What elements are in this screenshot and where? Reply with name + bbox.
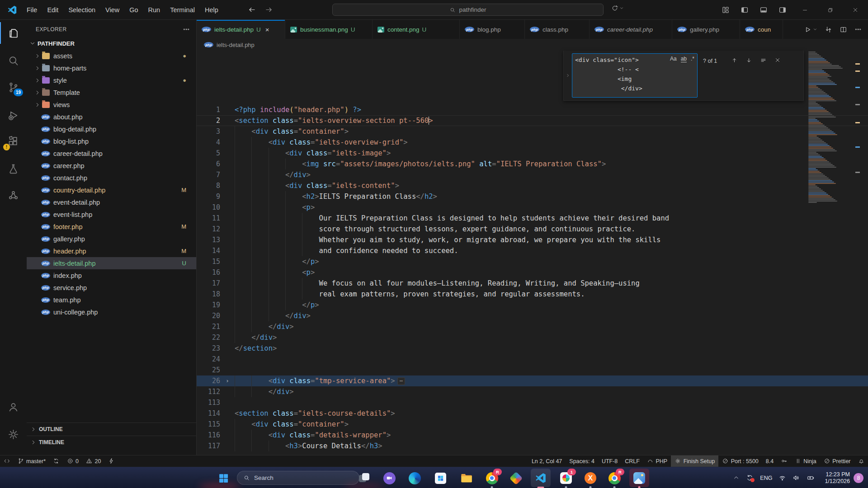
tab-career-detail.php[interactable]: phpcareer-detail.php: [590, 20, 672, 39]
status-bell[interactable]: [854, 455, 868, 467]
toggle-sidebar-icon[interactable]: [741, 6, 749, 14]
taskbar-app-vscode[interactable]: [533, 470, 548, 486]
explorer-more-actions-icon[interactable]: [183, 26, 190, 33]
whole-word-icon[interactable]: ab: [681, 56, 687, 62]
activity-run-debug[interactable]: [0, 104, 27, 126]
taskbar-app-photos[interactable]: [632, 470, 647, 486]
status-prettier[interactable]: Prettier: [820, 455, 854, 467]
taskbar-app-chrome[interactable]: R: [484, 470, 500, 486]
tree-item-event-list.php[interactable]: phpevent-list.php: [27, 208, 196, 221]
battery-icon[interactable]: [807, 474, 815, 482]
find-input[interactable]: <div class="icon"> <!-- < <img </div> Aa…: [572, 53, 698, 98]
section-timeline[interactable]: TIMELINE: [27, 436, 196, 449]
clock[interactable]: 12:23 PM 1/12/2026: [825, 471, 850, 485]
tab-gallery.php[interactable]: phpgallery.php: [672, 20, 740, 39]
command-center-search[interactable]: pathfinder: [332, 4, 604, 16]
code-editor[interactable]: 1 <?php include("header.php") ?> 2 <sect…: [197, 51, 868, 455]
menu-help[interactable]: Help: [200, 4, 223, 16]
status-utf-8[interactable]: UTF-8: [598, 455, 621, 467]
status-8-4[interactable]: 8.4: [762, 455, 777, 467]
tree-item-Template[interactable]: Template: [27, 86, 196, 99]
tree-item-assets[interactable]: assets●: [27, 50, 196, 62]
tab-class.php[interactable]: phpclass.php: [525, 20, 590, 39]
status-php[interactable]: PHP: [643, 455, 671, 467]
open-changes-icon[interactable]: [825, 26, 832, 33]
toggle-replace-chevron-icon[interactable]: [564, 51, 572, 100]
breadcrumb[interactable]: php ielts-detail.php: [197, 39, 868, 51]
tree-item-views[interactable]: views: [27, 99, 196, 111]
start-button[interactable]: [216, 470, 231, 486]
tab-ielts-detail.php[interactable]: phpielts-detail.php U ×: [197, 20, 285, 39]
tree-item-service.php[interactable]: phpservice.php: [27, 282, 196, 294]
previous-match-icon[interactable]: [731, 57, 738, 64]
status-ninja[interactable]: Ninja: [791, 455, 820, 467]
tree-item-style[interactable]: style●: [27, 74, 196, 86]
wifi-icon[interactable]: [778, 474, 786, 482]
menu-view[interactable]: View: [100, 4, 124, 16]
status-sync[interactable]: [49, 455, 63, 467]
taskbar-app-task-view[interactable]: [357, 470, 372, 486]
taskbar-app-ai-diamond[interactable]: [508, 470, 524, 486]
activity-extensions[interactable]: !: [0, 130, 27, 152]
activity-search[interactable]: [0, 50, 27, 71]
menu-selection[interactable]: Selection: [63, 4, 100, 16]
status-port-5500[interactable]: Port : 5500: [718, 455, 762, 467]
run-dropdown-chevron-icon[interactable]: [813, 27, 817, 32]
find-in-selection-icon[interactable]: [760, 57, 767, 64]
taskbar-app-store[interactable]: [433, 470, 448, 486]
tree-item-team.php[interactable]: phpteam.php: [27, 294, 196, 306]
minimize-button[interactable]: [792, 0, 817, 20]
taskbar-app-xampp[interactable]: ꓫ: [583, 470, 598, 486]
next-match-icon[interactable]: [745, 57, 752, 64]
language-indicator[interactable]: ENG: [760, 475, 772, 481]
restore-button[interactable]: [817, 0, 843, 20]
close-window-button[interactable]: [843, 0, 868, 20]
tree-item-event-detail.php[interactable]: phpevent-detail.php: [27, 196, 196, 208]
status-0[interactable]: 0: [63, 455, 82, 467]
menu-run[interactable]: Run: [143, 4, 165, 16]
menu-file[interactable]: File: [22, 4, 42, 16]
taskbar-search[interactable]: Search: [237, 471, 359, 485]
close-tab-icon[interactable]: ×: [265, 26, 269, 33]
volume-icon[interactable]: [793, 474, 800, 482]
tab-blog.php[interactable]: phpblog.php: [460, 20, 525, 39]
sync-button[interactable]: [611, 5, 624, 12]
taskbar-app-chat[interactable]: [382, 470, 397, 486]
activity-testing[interactable]: [0, 158, 27, 179]
tree-item-contact.php[interactable]: phpcontact.php: [27, 172, 196, 184]
tree-item-index.php[interactable]: phpindex.php: [27, 269, 196, 282]
tab-coun[interactable]: phpcoun: [740, 20, 783, 39]
activity-settings[interactable]: [0, 423, 27, 445]
toggle-panel-icon[interactable]: [760, 6, 768, 14]
tree-item-career-detail.php[interactable]: phpcareer-detail.php: [27, 147, 196, 160]
status-ln-2-col-47[interactable]: Ln 2, Col 47: [528, 455, 566, 467]
activity-source-control[interactable]: 19: [0, 76, 27, 98]
status-master-[interactable]: master*: [14, 455, 50, 467]
menu-go[interactable]: Go: [124, 4, 143, 16]
status-crlf[interactable]: CRLF: [621, 455, 643, 467]
status-finish-setup[interactable]: Finish Setup: [671, 455, 718, 467]
regex-icon[interactable]: .*: [691, 56, 694, 62]
activity-references[interactable]: [0, 184, 27, 206]
tray-chevron-up-icon[interactable]: [733, 474, 740, 481]
notification-count-badge[interactable]: 8: [854, 473, 863, 483]
status-key[interactable]: [777, 455, 791, 467]
status-20[interactable]: 20: [82, 455, 104, 467]
taskbar-app-edge[interactable]: [407, 470, 422, 486]
activity-explorer[interactable]: [0, 22, 27, 44]
taskbar-app-slack[interactable]: 1: [558, 470, 574, 486]
tree-item-ielts-detail.php[interactable]: phpielts-detail.phpU: [27, 257, 196, 269]
tree-item-gallery.php[interactable]: phpgallery.php: [27, 233, 196, 245]
taskbar-app-chrome-2[interactable]: R: [607, 470, 622, 486]
status-spaces-4[interactable]: Spaces: 4: [566, 455, 598, 467]
toggle-secondary-sidebar-icon[interactable]: [778, 6, 787, 14]
status-bolt[interactable]: [104, 455, 118, 467]
tree-item-footer.php[interactable]: phpfooter.phpM: [27, 221, 196, 233]
tree-item-career.php[interactable]: phpcareer.php: [27, 160, 196, 172]
nav-forward-icon[interactable]: [264, 5, 273, 14]
menu-edit[interactable]: Edit: [42, 4, 63, 16]
menu-terminal[interactable]: Terminal: [165, 4, 200, 16]
tree-item-about.php[interactable]: phpabout.php: [27, 111, 196, 123]
tab-content.png[interactable]: content.png U: [373, 20, 460, 39]
tree-item-country-detail.php[interactable]: phpcountry-detail.phpM: [27, 184, 196, 196]
